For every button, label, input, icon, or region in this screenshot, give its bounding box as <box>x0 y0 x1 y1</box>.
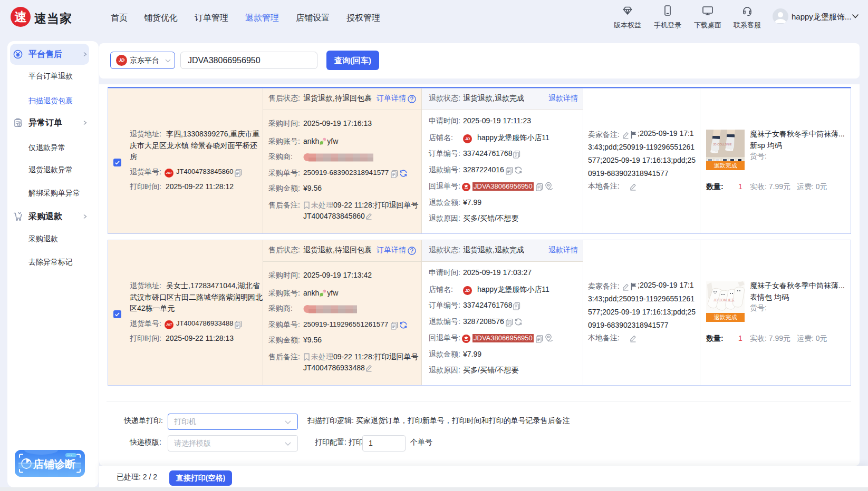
svg-text:店铺诊断: 店铺诊断 <box>33 458 75 470</box>
